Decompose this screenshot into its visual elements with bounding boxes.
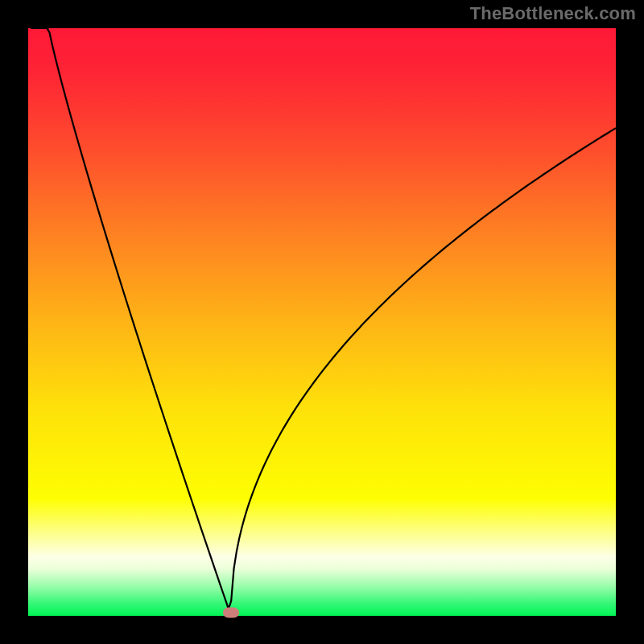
minimum-marker bbox=[223, 608, 239, 618]
curve-layer bbox=[0, 0, 644, 644]
chart-frame: TheBottleneck.com bbox=[0, 0, 644, 644]
bottleneck-curve bbox=[31, 28, 616, 609]
attribution-text: TheBottleneck.com bbox=[470, 3, 636, 24]
